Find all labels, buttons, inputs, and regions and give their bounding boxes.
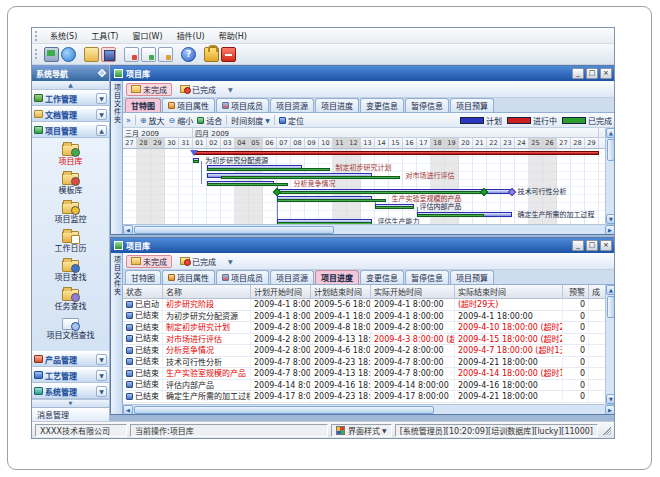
tab[interactable]: 项目资源	[270, 98, 314, 112]
chevron-icon[interactable]	[96, 370, 107, 381]
sidebar-item[interactable]: 项目查找	[32, 256, 109, 285]
sidebar-group[interactable]: 产品管理	[32, 351, 109, 367]
toolbar-icon[interactable]	[141, 47, 156, 62]
scroll-down-icon[interactable]: ▼	[606, 214, 614, 224]
sidebar-item[interactable]: 工作日历	[32, 227, 109, 256]
toolbar-icon[interactable]	[181, 47, 196, 62]
toolbar-icon[interactable]	[44, 47, 59, 62]
gantt-horizontal-scrollbar[interactable]: ◀ ▶	[123, 224, 614, 234]
menu-item[interactable]: 插件(U)	[170, 29, 212, 42]
sidebar-item[interactable]: 模板库	[32, 169, 109, 198]
chevron-icon[interactable]	[96, 93, 107, 104]
chevron-icon[interactable]	[96, 354, 107, 365]
filter-button[interactable]: 未完成	[126, 83, 172, 96]
zoom-out-button[interactable]: ⊖缩小	[169, 115, 194, 126]
sidebar-item[interactable]: 任务查找	[32, 285, 109, 314]
scroll-down-icon[interactable]: ▼	[606, 394, 614, 404]
table-row[interactable]: 已结束 技术可行性分析 2009-4-7 8:00:00 2009-4-23 1…	[123, 357, 605, 369]
close-button[interactable]: ×	[600, 68, 612, 79]
scroll-up-icon[interactable]: ▲	[606, 128, 614, 138]
pin-icon[interactable]	[98, 69, 106, 77]
zoom-in-button[interactable]: ⊕放大	[140, 115, 165, 126]
scroll-thumb[interactable]	[607, 296, 614, 318]
chevron-icon[interactable]	[96, 386, 107, 397]
col-header-plan-end[interactable]: 计划结束时间	[311, 285, 371, 298]
tab[interactable]: 变更信息	[360, 98, 404, 112]
tab[interactable]: 项目进度	[315, 270, 359, 284]
toolbar-icon[interactable]	[101, 47, 116, 62]
toolbar-icon[interactable]	[84, 47, 99, 62]
table-horizontal-scrollbar[interactable]: ◀ ▶	[123, 404, 614, 414]
scroll-up-icon[interactable]: ▲	[606, 285, 614, 295]
tab[interactable]: 甘特图	[125, 270, 161, 284]
filter-more-button[interactable]: ▼	[228, 258, 233, 265]
sidebar-item[interactable]: 项目库	[32, 140, 109, 169]
maximize-button[interactable]: □	[586, 68, 598, 79]
tab[interactable]: 项目属性	[162, 98, 215, 112]
tab[interactable]: 项目成员	[216, 270, 269, 284]
scroll-left-icon[interactable]: ◀	[123, 405, 133, 414]
filter-button[interactable]: 未完成	[126, 255, 172, 268]
table-row[interactable]: 已结束 确定生产所需的加工过程 2009-4-17 8:00:00 2009-4…	[123, 391, 605, 403]
tab[interactable]: 甘特图	[125, 98, 161, 112]
menu-item[interactable]: 帮助(H)	[212, 29, 254, 42]
tab[interactable]: 暂停信息	[405, 98, 449, 112]
col-header-status[interactable]: 状态	[123, 285, 163, 298]
tab[interactable]: 项目成员	[216, 98, 269, 112]
tab[interactable]: 项目资源	[270, 270, 314, 284]
gantt-vertical-scrollbar[interactable]: ▲ ▼	[605, 128, 614, 224]
folder-side-tab[interactable]: 项目文件夹	[111, 253, 123, 414]
tab[interactable]: 项目属性	[162, 270, 215, 284]
menu-item[interactable]: 系统(S)	[43, 29, 84, 42]
col-header-plan-start[interactable]: 计划开始时间	[251, 285, 311, 298]
folder-side-tab[interactable]: 项目文件夹	[111, 81, 123, 234]
tab[interactable]: 项目预算	[450, 270, 494, 284]
sidebar-group[interactable]: 工作管理	[32, 90, 109, 106]
table-row[interactable]: 已启动 初步研究阶段 2009-4-1 8:00:00 2009-5-6 18:…	[123, 299, 605, 311]
chevron-icon[interactable]	[96, 125, 107, 136]
sidebar-overflow-button[interactable]: ▼	[32, 399, 109, 407]
scroll-thumb[interactable]	[134, 406, 434, 414]
maximize-button[interactable]: □	[586, 240, 598, 251]
drag-handle-icon[interactable]	[35, 31, 40, 41]
table-row[interactable]: 已结束 生产实验室规模的产品 2009-4-7 8:00:00 2009-4-1…	[123, 368, 605, 380]
drag-handle-icon[interactable]	[35, 49, 40, 59]
table-row[interactable]: 已结束 为初步研究分配资源 2009-4-1 8:00:00 2009-4-1 …	[123, 311, 605, 323]
filter-more-button[interactable]: ▼	[228, 86, 233, 93]
tab[interactable]: 暂停信息	[405, 270, 449, 284]
scroll-right-icon[interactable]: ▶	[605, 225, 614, 234]
table-row[interactable]: 已结束 对市场进行评估 2009-4-2 8:00:00 2009-4-13 1…	[123, 334, 605, 346]
sidebar-header[interactable]: 系统导航	[32, 65, 109, 81]
gantt-body[interactable]: 为初步研究分配资源制定初步研究计划对市场进行评估分析竞争情况技术可行性分析生产实…	[123, 149, 605, 224]
toolbar-icon[interactable]	[221, 47, 236, 62]
gantt-window-titlebar[interactable]: 项目库 _ □ ×	[111, 66, 614, 81]
locate-button[interactable]: 定位	[279, 115, 304, 126]
chevron-icon[interactable]	[96, 109, 107, 120]
tab[interactable]: 项目预算	[450, 98, 494, 112]
table-window-titlebar[interactable]: 项目库 _ □ ×	[111, 238, 614, 253]
toolbar-icon[interactable]	[61, 47, 76, 62]
scroll-right-icon[interactable]: ▶	[605, 405, 614, 414]
table-row[interactable]: 已结束 评估内部产品 2009-4-14 8:00:00 2009-4-16 1…	[123, 380, 605, 392]
sidebar-item[interactable]: 项目文档查找	[32, 314, 109, 343]
message-manage-tab[interactable]: 消息管理	[32, 407, 109, 421]
table-row[interactable]: 已结束 分析竞争情况 2009-4-2 8:00:00 2009-4-6 18:…	[123, 345, 605, 357]
col-header-cost[interactable]: 成	[589, 285, 605, 298]
table-row[interactable]: 已结束 制定初步研究计划 2009-4-2 8:00:00 2009-4-8 1…	[123, 322, 605, 334]
toolbar-icon[interactable]	[204, 47, 219, 62]
scroll-thumb[interactable]	[607, 139, 614, 161]
menu-item[interactable]: 窗口(W)	[125, 29, 169, 42]
collapse-button[interactable]: ▲	[32, 81, 109, 90]
ui-style-button[interactable]: 界面样式 ▼	[331, 424, 392, 437]
sidebar-group[interactable]: 系统管理	[32, 383, 109, 399]
col-header-warning[interactable]: 预警	[563, 285, 589, 298]
toolbar-overflow-button[interactable]: »	[126, 116, 131, 125]
tab[interactable]: 变更信息	[360, 270, 404, 284]
col-header-actual-end[interactable]: 实际结束时间	[455, 285, 563, 298]
close-button[interactable]: ×	[600, 240, 612, 251]
resize-grip[interactable]	[601, 425, 611, 435]
toolbar-icon[interactable]	[124, 47, 139, 62]
table-vertical-scrollbar[interactable]: ▲ ▼	[605, 285, 614, 404]
col-header-name[interactable]: 名称	[163, 285, 251, 298]
toolbar-icon[interactable]	[158, 47, 173, 62]
